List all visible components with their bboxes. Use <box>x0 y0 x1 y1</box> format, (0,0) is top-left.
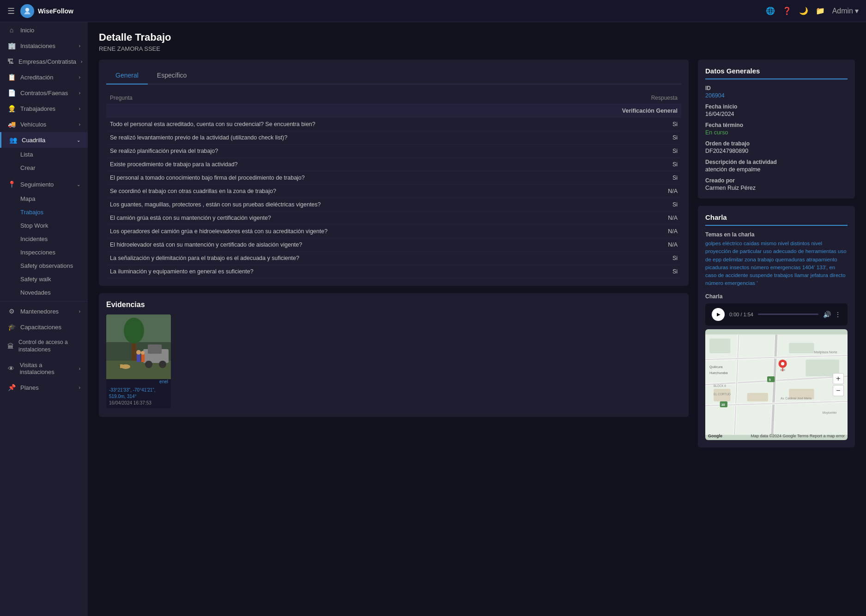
chevron-down-icon: ⌄ <box>77 138 80 143</box>
globe-icon[interactable]: 🌐 <box>766 6 775 15</box>
menu-toggle-icon[interactable]: ☰ <box>7 6 15 16</box>
svg-text:Av. Cardinal José María: Av. Cardinal José María <box>781 396 811 399</box>
table-row: Se realizó planificación previa del trab… <box>106 145 681 158</box>
theme-icon[interactable]: 🌙 <box>799 6 808 15</box>
play-button[interactable]: ▶ <box>712 308 725 321</box>
settings-icon: ⚙ <box>7 308 16 315</box>
sidebar-item-mantenedores[interactable]: ⚙ Mantenedores › <box>0 303 88 319</box>
team-icon: 👥 <box>9 136 17 144</box>
sidebar-item-planes[interactable]: 📌 Planes › <box>0 380 88 395</box>
mapa-label: Mapa <box>20 195 36 202</box>
stop-work-label: Stop Work <box>20 222 48 229</box>
audio-progress-bar[interactable] <box>758 314 818 315</box>
table-row: El hidroelevador está con su mantención … <box>106 238 681 252</box>
chevron-right-icon-7: › <box>79 309 80 314</box>
sidebar-item-instalaciones[interactable]: 🏢 Instalaciones › <box>0 38 88 54</box>
answer-cell: Si <box>606 171 681 185</box>
help-icon[interactable]: ❓ <box>782 6 792 15</box>
sidebar-item-lista[interactable]: Lista <box>20 148 88 161</box>
fecha-inicio-label: Fecha inicio <box>705 103 848 110</box>
sidebar-item-trabajadores[interactable]: 👷 Trabajadores › <box>0 101 88 116</box>
table-row: El personal a tomado conocimiento bajo f… <box>106 171 681 185</box>
table-row: La iluminación y equipamiento en general… <box>106 265 681 278</box>
tabs: General Específico <box>106 67 681 85</box>
sidebar-item-inspecciones[interactable]: Inspecciones <box>20 246 88 259</box>
map-attribution: Google <box>708 434 722 438</box>
audio-time: 0:00 / 1:54 <box>729 312 753 317</box>
sidebar-label-instalaciones: Instalaciones <box>20 42 55 49</box>
question-cell: Existe procedimiento de trabajo para la … <box>106 158 606 171</box>
chevron-right-icon-5: › <box>79 106 80 111</box>
contract-icon: 📄 <box>7 89 16 97</box>
question-cell: El camión grúa está con su mantención y … <box>106 211 606 225</box>
sidebar-item-safety-observations[interactable]: Safety observations <box>20 259 88 272</box>
files-icon[interactable]: 📁 <box>816 6 825 15</box>
table-row: Los guantes, maguillas, protectores , es… <box>106 198 681 211</box>
vehicle-icon: 🚚 <box>7 121 16 128</box>
sidebar-item-empresas[interactable]: 🏗 Empresas/Contratista › <box>0 54 88 69</box>
sidebar-item-novedades[interactable]: Novedades <box>20 286 88 299</box>
sidebar-item-capacitaciones[interactable]: 🎓 Capacitaciones <box>0 319 88 335</box>
sidebar-item-trabajos[interactable]: Trabajos <box>20 205 88 219</box>
sidebar-label-acreditacion: Acreditación <box>20 74 54 81</box>
fecha-termino-value: En curso <box>705 129 848 136</box>
svg-text:Huechuraba: Huechuraba <box>709 371 728 375</box>
sidebar-item-control-acceso[interactable]: 🏛 Control de acceso a instalaciones <box>0 335 88 357</box>
answer-cell: N/A <box>606 238 681 252</box>
sidebar-item-incidentes[interactable]: Incidentes <box>20 232 88 246</box>
mantenedores-label: Mantenedores <box>20 308 59 315</box>
cuadrilla-submenu: Lista Crear <box>0 148 88 175</box>
qa-table: Pregunta Respuesta Verificación General … <box>106 92 681 278</box>
evidence-date: 16/04/2024 16:37:53 <box>109 400 168 406</box>
access-icon: 🏛 <box>7 343 14 350</box>
volume-icon[interactable]: 🔊 <box>823 311 831 318</box>
table-row: Todo el personal esta acreditado, cuenta… <box>106 118 681 131</box>
admin-button[interactable]: Admin ▾ <box>832 6 859 15</box>
chevron-down-icon-2: ⌄ <box>77 182 80 187</box>
chevron-right-icon-2: › <box>81 59 82 64</box>
building-icon: 🏢 <box>7 42 16 49</box>
sidebar-item-crear[interactable]: Crear <box>20 161 88 175</box>
sidebar-label-vehiculos: Vehículos <box>20 121 46 128</box>
answer-cell: Si <box>606 198 681 211</box>
svg-text:BLOCK 8: BLOCK 8 <box>714 384 726 387</box>
sidebar-label-trabajadores: Trabajadores <box>20 105 55 112</box>
question-cell: El personal a tomado conocimiento bajo f… <box>106 171 606 185</box>
sidebar-item-cuadrilla[interactable]: 👥 Cuadrilla ⌄ <box>0 132 88 148</box>
sidebar-item-stop-work[interactable]: Stop Work <box>20 219 88 232</box>
answer-cell: N/A <box>606 185 681 198</box>
sidebar-item-inicio[interactable]: ⌂ Inicio <box>0 22 88 38</box>
trabajos-label: Trabajos <box>20 209 43 216</box>
more-options-icon[interactable]: ⋮ <box>835 311 841 318</box>
tab-especifico[interactable]: Específico <box>148 67 196 85</box>
answer-cell: N/A <box>606 211 681 225</box>
sidebar-item-acreditacion[interactable]: 📋 Acreditación › <box>0 69 88 85</box>
visitas-label: Visitas a instalaciones <box>20 362 74 375</box>
svg-point-44 <box>781 362 784 365</box>
audio-controls: 🔊 ⋮ <box>823 311 841 318</box>
col-pregunta: Pregunta <box>106 92 606 104</box>
answer-cell: Si <box>606 131 681 145</box>
svg-text:Moyicenter: Moyicenter <box>823 411 837 415</box>
chevron-right-icon-4: › <box>79 91 80 96</box>
svg-rect-38 <box>767 376 775 382</box>
sidebar-item-contratos[interactable]: 📄 Contratos/Faenas › <box>0 85 88 101</box>
temas-label: Temas en la charla <box>705 231 848 238</box>
sidebar-item-vehiculos[interactable]: 🚚 Vehículos › <box>0 116 88 132</box>
sidebar-item-visitas[interactable]: 👁 Visitas a instalaciones › <box>0 357 88 380</box>
tab-general[interactable]: General <box>106 67 148 85</box>
sidebar-item-safety-walk[interactable]: Safety walk <box>20 272 88 286</box>
visit-icon: 👁 <box>7 365 15 372</box>
question-cell: La iluminación y equipamiento en general… <box>106 265 606 278</box>
sidebar-item-seguimiento[interactable]: 📍 Seguimiento ⌄ <box>0 176 88 192</box>
page-subtitle: RENE ZAMORA SSEE <box>99 45 855 52</box>
sidebar-item-mapa[interactable]: Mapa <box>20 192 88 205</box>
topbar-right: 🌐 ❓ 🌙 📁 Admin ▾ <box>766 6 859 15</box>
map-zoom-in-button[interactable]: + <box>833 373 844 384</box>
logo-icon <box>20 4 34 18</box>
control-acceso-label: Control de acceso a instalaciones <box>18 339 80 353</box>
companies-icon: 🏗 <box>7 58 14 65</box>
evidence-coords: -33°21'33", -70°41'21", 519.0m, 314° <box>109 387 168 400</box>
evidence-list: enel -33°21'33", -70°41'21", 519.0m, 314… <box>106 314 681 410</box>
map-zoom-out-button[interactable]: − <box>833 385 844 396</box>
